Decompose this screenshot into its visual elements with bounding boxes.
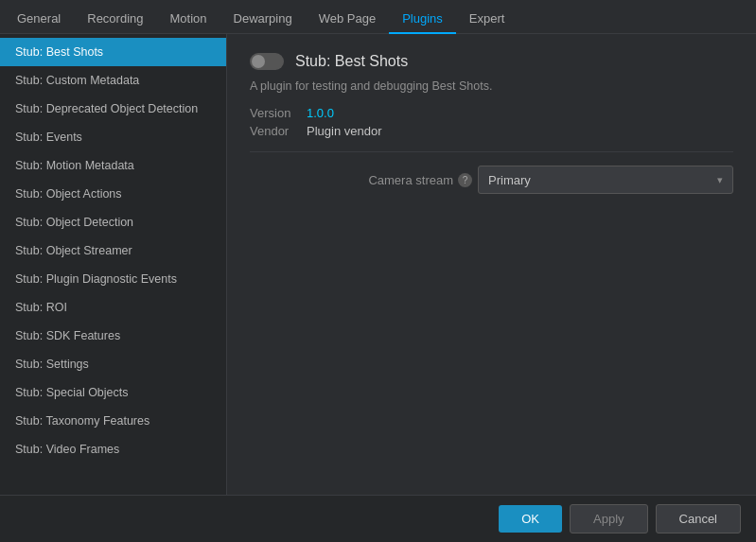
content-area: Stub: Best Shots A plugin for testing an…: [227, 34, 756, 495]
nav-tab-dewarping[interactable]: Dewarping: [220, 5, 306, 34]
sidebar-item-stub--deprecated-object-detection[interactable]: Stub: Deprecated Object Detection: [0, 95, 226, 123]
sidebar-item-stub--video-frames[interactable]: Stub: Video Frames: [0, 435, 226, 463]
camera-stream-dropdown[interactable]: Primary ▾: [478, 166, 733, 194]
chevron-down-icon: ▾: [717, 174, 723, 186]
nav-tab-recording[interactable]: Recording: [74, 5, 156, 34]
camera-stream-help-icon[interactable]: ?: [458, 173, 472, 187]
apply-button[interactable]: Apply: [570, 504, 648, 533]
sidebar-item-stub--taxonomy-features[interactable]: Stub: Taxonomy Features: [0, 407, 226, 435]
top-navigation: GeneralRecordingMotionDewarpingWeb PageP…: [0, 0, 756, 34]
sidebar: Stub: Best ShotsStub: Custom MetadataStu…: [0, 34, 227, 495]
camera-stream-label: Camera stream ?: [368, 173, 472, 187]
sidebar-item-stub--object-streamer[interactable]: Stub: Object Streamer: [0, 236, 226, 265]
cancel-button[interactable]: Cancel: [656, 504, 741, 533]
divider: [250, 151, 733, 152]
sidebar-item-stub--best-shots[interactable]: Stub: Best Shots: [0, 38, 226, 66]
nav-tab-plugins[interactable]: Plugins: [389, 5, 456, 34]
vendor-row: Vendor Plugin vendor: [250, 124, 733, 138]
camera-stream-row: Camera stream ? Primary ▾: [250, 166, 733, 194]
sidebar-item-stub--object-detection[interactable]: Stub: Object Detection: [0, 208, 226, 236]
sidebar-item-stub--events[interactable]: Stub: Events: [0, 123, 226, 151]
plugin-toggle[interactable]: [250, 53, 284, 70]
nav-tab-expert[interactable]: Expert: [456, 5, 519, 34]
sidebar-item-stub--motion-metadata[interactable]: Stub: Motion Metadata: [0, 151, 226, 180]
nav-tab-web-page[interactable]: Web Page: [306, 5, 389, 34]
plugin-title: Stub: Best Shots: [295, 53, 408, 70]
bottom-bar: OK Apply Cancel: [0, 495, 756, 542]
nav-tab-motion[interactable]: Motion: [157, 5, 220, 34]
version-label: Version: [250, 106, 307, 120]
plugin-description: A plugin for testing and debugging Best …: [250, 79, 733, 93]
plugin-header: Stub: Best Shots: [250, 53, 733, 70]
nav-tab-general[interactable]: General: [4, 5, 74, 34]
main-layout: Stub: Best ShotsStub: Custom MetadataStu…: [0, 34, 756, 495]
sidebar-item-stub--special-objects[interactable]: Stub: Special Objects: [0, 378, 226, 407]
sidebar-item-stub--custom-metadata[interactable]: Stub: Custom Metadata: [0, 66, 226, 95]
vendor-value: Plugin vendor: [307, 124, 382, 138]
sidebar-item-stub--sdk-features[interactable]: Stub: SDK Features: [0, 322, 226, 350]
sidebar-item-stub--roi[interactable]: Stub: ROI: [0, 293, 226, 322]
vendor-label: Vendor: [250, 124, 307, 138]
version-row: Version 1.0.0: [250, 106, 733, 120]
camera-stream-value: Primary: [488, 173, 531, 187]
sidebar-item-stub--plugin-diagnostic-events[interactable]: Stub: Plugin Diagnostic Events: [0, 265, 226, 293]
sidebar-item-stub--object-actions[interactable]: Stub: Object Actions: [0, 180, 226, 208]
version-value: 1.0.0: [307, 106, 334, 120]
ok-button[interactable]: OK: [499, 505, 562, 533]
sidebar-item-stub--settings[interactable]: Stub: Settings: [0, 350, 226, 378]
